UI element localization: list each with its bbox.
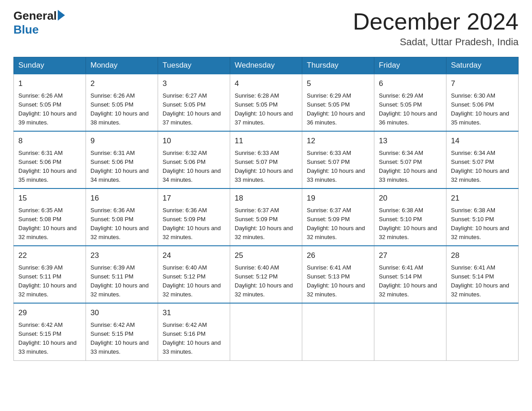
calendar-cell: 29Sunrise: 6:42 AMSunset: 5:15 PMDayligh… <box>14 303 86 360</box>
calendar-cell: 24Sunrise: 6:40 AMSunset: 5:12 PMDayligh… <box>158 246 230 303</box>
calendar-cell: 28Sunrise: 6:41 AMSunset: 5:14 PMDayligh… <box>446 246 519 303</box>
logo: General Blue <box>13 9 65 37</box>
calendar-cell: 26Sunrise: 6:41 AMSunset: 5:13 PMDayligh… <box>302 246 374 303</box>
day-info: Sunrise: 6:31 AMSunset: 5:06 PMDaylight:… <box>18 149 81 185</box>
month-year-title: December 2024 <box>353 9 519 34</box>
day-number: 23 <box>90 250 153 261</box>
weekday-header-tuesday: Tuesday <box>158 57 230 74</box>
calendar-cell: 12Sunrise: 6:33 AMSunset: 5:07 PMDayligh… <box>302 131 374 188</box>
day-number: 16 <box>90 193 153 204</box>
calendar-cell: 27Sunrise: 6:41 AMSunset: 5:14 PMDayligh… <box>374 246 446 303</box>
calendar-cell: 17Sunrise: 6:36 AMSunset: 5:09 PMDayligh… <box>158 188 230 246</box>
day-number: 9 <box>90 135 153 147</box>
day-number: 4 <box>235 78 297 90</box>
logo-arrow-icon <box>58 10 65 21</box>
day-info: Sunrise: 6:41 AMSunset: 5:13 PMDaylight:… <box>307 263 369 300</box>
weekday-header-saturday: Saturday <box>446 57 519 74</box>
day-info: Sunrise: 6:39 AMSunset: 5:11 PMDaylight:… <box>90 263 153 300</box>
calendar-cell: 19Sunrise: 6:37 AMSunset: 5:09 PMDayligh… <box>302 188 374 246</box>
calendar-cell: 25Sunrise: 6:40 AMSunset: 5:12 PMDayligh… <box>230 246 302 303</box>
calendar-cell: 15Sunrise: 6:35 AMSunset: 5:08 PMDayligh… <box>14 188 86 246</box>
day-info: Sunrise: 6:29 AMSunset: 5:05 PMDaylight:… <box>379 91 442 128</box>
day-number: 22 <box>18 250 81 261</box>
calendar-cell: 16Sunrise: 6:36 AMSunset: 5:08 PMDayligh… <box>86 188 158 246</box>
day-number: 26 <box>307 250 369 261</box>
day-info: Sunrise: 6:36 AMSunset: 5:09 PMDaylight:… <box>163 206 225 242</box>
logo-blue-text: Blue <box>13 23 39 37</box>
calendar-cell: 9Sunrise: 6:31 AMSunset: 5:06 PMDaylight… <box>86 131 158 188</box>
calendar-cell: 31Sunrise: 6:42 AMSunset: 5:16 PMDayligh… <box>158 303 230 360</box>
calendar-cell: 5Sunrise: 6:29 AMSunset: 5:05 PMDaylight… <box>302 74 374 131</box>
calendar-cell: 8Sunrise: 6:31 AMSunset: 5:06 PMDaylight… <box>14 131 86 188</box>
day-number: 28 <box>451 250 514 261</box>
week-row-3: 15Sunrise: 6:35 AMSunset: 5:08 PMDayligh… <box>14 188 519 246</box>
day-number: 6 <box>379 78 442 90</box>
location-subtitle: Sadat, Uttar Pradesh, India <box>353 36 519 48</box>
day-info: Sunrise: 6:28 AMSunset: 5:05 PMDaylight:… <box>235 91 297 128</box>
day-number: 1 <box>18 78 81 90</box>
week-row-1: 1Sunrise: 6:26 AMSunset: 5:05 PMDaylight… <box>14 74 519 131</box>
calendar-cell: 20Sunrise: 6:38 AMSunset: 5:10 PMDayligh… <box>374 188 446 246</box>
calendar-table: SundayMondayTuesdayWednesdayThursdayFrid… <box>13 57 519 360</box>
calendar-cell: 30Sunrise: 6:42 AMSunset: 5:15 PMDayligh… <box>86 303 158 360</box>
title-block: December 2024 Sadat, Uttar Pradesh, Indi… <box>353 9 519 48</box>
day-number: 21 <box>451 193 514 204</box>
calendar-cell <box>446 303 519 360</box>
calendar-cell: 4Sunrise: 6:28 AMSunset: 5:05 PMDaylight… <box>230 74 302 131</box>
day-number: 12 <box>307 135 369 147</box>
day-info: Sunrise: 6:33 AMSunset: 5:07 PMDaylight:… <box>235 149 297 185</box>
calendar-cell: 11Sunrise: 6:33 AMSunset: 5:07 PMDayligh… <box>230 131 302 188</box>
day-number: 8 <box>18 135 81 147</box>
day-number: 2 <box>90 78 153 90</box>
day-info: Sunrise: 6:42 AMSunset: 5:15 PMDaylight:… <box>18 321 81 357</box>
day-info: Sunrise: 6:40 AMSunset: 5:12 PMDaylight:… <box>235 263 297 300</box>
day-info: Sunrise: 6:41 AMSunset: 5:14 PMDaylight:… <box>451 263 514 300</box>
day-info: Sunrise: 6:37 AMSunset: 5:09 PMDaylight:… <box>307 206 369 242</box>
day-info: Sunrise: 6:34 AMSunset: 5:07 PMDaylight:… <box>379 149 442 185</box>
calendar-cell: 6Sunrise: 6:29 AMSunset: 5:05 PMDaylight… <box>374 74 446 131</box>
day-info: Sunrise: 6:38 AMSunset: 5:10 PMDaylight:… <box>379 206 442 242</box>
day-info: Sunrise: 6:36 AMSunset: 5:08 PMDaylight:… <box>90 206 153 242</box>
day-info: Sunrise: 6:41 AMSunset: 5:14 PMDaylight:… <box>379 263 442 300</box>
day-info: Sunrise: 6:29 AMSunset: 5:05 PMDaylight:… <box>307 91 369 128</box>
calendar-cell: 2Sunrise: 6:26 AMSunset: 5:05 PMDaylight… <box>86 74 158 131</box>
day-info: Sunrise: 6:38 AMSunset: 5:10 PMDaylight:… <box>451 206 514 242</box>
day-number: 15 <box>18 193 81 204</box>
week-row-2: 8Sunrise: 6:31 AMSunset: 5:06 PMDaylight… <box>14 131 519 188</box>
day-number: 5 <box>307 78 369 90</box>
day-number: 30 <box>90 307 153 319</box>
calendar-cell: 23Sunrise: 6:39 AMSunset: 5:11 PMDayligh… <box>86 246 158 303</box>
day-number: 11 <box>235 135 297 147</box>
calendar-cell: 18Sunrise: 6:37 AMSunset: 5:09 PMDayligh… <box>230 188 302 246</box>
day-info: Sunrise: 6:32 AMSunset: 5:06 PMDaylight:… <box>163 149 225 185</box>
calendar-cell: 3Sunrise: 6:27 AMSunset: 5:05 PMDaylight… <box>158 74 230 131</box>
day-info: Sunrise: 6:39 AMSunset: 5:11 PMDaylight:… <box>18 263 81 300</box>
day-number: 7 <box>451 78 514 90</box>
day-info: Sunrise: 6:27 AMSunset: 5:05 PMDaylight:… <box>163 91 225 128</box>
calendar-cell <box>302 303 374 360</box>
week-row-5: 29Sunrise: 6:42 AMSunset: 5:15 PMDayligh… <box>14 303 519 360</box>
calendar-cell: 7Sunrise: 6:30 AMSunset: 5:06 PMDaylight… <box>446 74 519 131</box>
day-number: 18 <box>235 193 297 204</box>
day-number: 25 <box>235 250 297 261</box>
day-info: Sunrise: 6:26 AMSunset: 5:05 PMDaylight:… <box>90 91 153 128</box>
day-info: Sunrise: 6:33 AMSunset: 5:07 PMDaylight:… <box>307 149 369 185</box>
day-info: Sunrise: 6:26 AMSunset: 5:05 PMDaylight:… <box>18 91 81 128</box>
calendar-cell: 22Sunrise: 6:39 AMSunset: 5:11 PMDayligh… <box>14 246 86 303</box>
day-number: 31 <box>163 307 225 319</box>
day-number: 3 <box>163 78 225 90</box>
day-info: Sunrise: 6:35 AMSunset: 5:08 PMDaylight:… <box>18 206 81 242</box>
calendar-cell: 14Sunrise: 6:34 AMSunset: 5:07 PMDayligh… <box>446 131 519 188</box>
day-info: Sunrise: 6:42 AMSunset: 5:16 PMDaylight:… <box>163 321 225 357</box>
weekday-header-friday: Friday <box>374 57 446 74</box>
week-row-4: 22Sunrise: 6:39 AMSunset: 5:11 PMDayligh… <box>14 246 519 303</box>
weekday-header-sunday: Sunday <box>14 57 86 74</box>
day-number: 13 <box>379 135 442 147</box>
day-info: Sunrise: 6:30 AMSunset: 5:06 PMDaylight:… <box>451 91 514 128</box>
calendar-cell: 13Sunrise: 6:34 AMSunset: 5:07 PMDayligh… <box>374 131 446 188</box>
calendar-cell <box>230 303 302 360</box>
calendar-cell: 21Sunrise: 6:38 AMSunset: 5:10 PMDayligh… <box>446 188 519 246</box>
day-info: Sunrise: 6:37 AMSunset: 5:09 PMDaylight:… <box>235 206 297 242</box>
day-info: Sunrise: 6:42 AMSunset: 5:15 PMDaylight:… <box>90 321 153 357</box>
day-number: 20 <box>379 193 442 204</box>
